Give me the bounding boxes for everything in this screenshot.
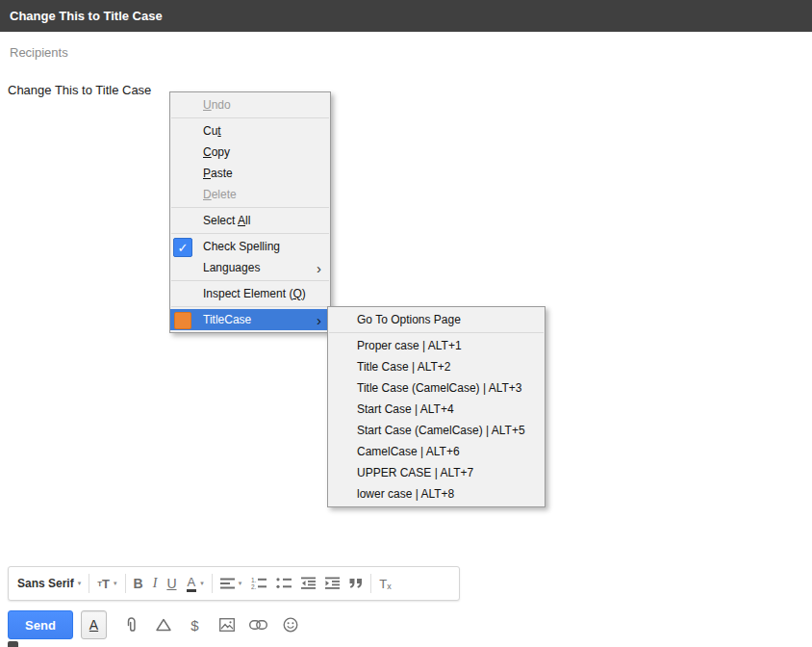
submenu-item-proper-case[interactable]: Proper case | ALT+1 xyxy=(328,335,545,356)
label-text: elete xyxy=(212,188,237,201)
context-menu: Undo Cut Copy Paste Delete Select All ✓ … xyxy=(169,91,331,333)
chevron-down-icon: ▾ xyxy=(78,580,82,587)
bulleted-list-icon xyxy=(276,577,292,590)
menu-item-label: Check Spelling xyxy=(203,240,280,253)
toolbar-divider xyxy=(212,574,213,593)
insert-link-button[interactable] xyxy=(242,610,274,639)
accel-key: Q xyxy=(292,287,301,300)
text-color-button[interactable]: A ▾ xyxy=(187,567,204,600)
accel-key: A xyxy=(238,214,245,227)
insert-drive-button[interactable] xyxy=(147,610,179,639)
menu-separator xyxy=(171,280,329,281)
subject-text: Change This to Title Case xyxy=(8,83,151,97)
menu-item-cut[interactable]: Cut xyxy=(170,120,330,142)
submenu-item-start-case-camelcase[interactable]: Start Case (CamelCase) | ALT+5 xyxy=(328,420,545,441)
submenu-item-go-to-options-page[interactable]: Go To Options Page xyxy=(328,309,545,330)
font-family-select[interactable]: Sans Serif ▾ xyxy=(17,567,81,600)
align-button[interactable]: ▾ xyxy=(220,567,242,600)
italic-button[interactable]: I xyxy=(153,567,158,600)
remove-format-t: T xyxy=(379,577,387,591)
link-icon xyxy=(249,620,267,630)
menu-separator xyxy=(171,306,329,307)
underline-button[interactable]: U xyxy=(166,567,176,600)
accel-key: C xyxy=(203,145,212,159)
svg-text:2.: 2. xyxy=(251,583,257,590)
menu-item-inspect-element[interactable]: Inspect Element (Q) xyxy=(170,283,330,304)
recipients-field[interactable]: Recipients xyxy=(0,32,812,74)
label-text: ndo xyxy=(212,98,231,112)
menu-separator xyxy=(329,332,544,333)
remove-formatting-button[interactable]: Tx xyxy=(379,567,391,600)
formatting-toolbar: Sans Serif ▾ TT ▾ B I U A ▾ ▾ 1.2. Tx xyxy=(8,566,460,601)
recipients-placeholder: Recipients xyxy=(10,45,68,60)
submenu-item-upper-case[interactable]: UPPER CASE | ALT+7 xyxy=(328,462,545,483)
attach-icon-row: $ xyxy=(115,610,306,639)
menu-item-check-spelling[interactable]: ✓ Check Spelling xyxy=(170,236,330,257)
label-text: Select xyxy=(203,214,238,227)
menu-item-languages[interactable]: Languages › xyxy=(170,257,330,278)
menu-item-select-all[interactable]: Select All xyxy=(170,210,330,231)
numbered-list-icon: 1.2. xyxy=(251,577,266,590)
subject-field[interactable]: Change This to Title Case xyxy=(0,73,812,108)
menu-item-titlecase[interactable]: TitleCase › xyxy=(170,309,330,330)
menu-item-label: Cut xyxy=(203,124,221,138)
drive-icon xyxy=(156,618,171,632)
bulleted-list-button[interactable] xyxy=(276,567,292,600)
accel-key: P xyxy=(203,167,211,180)
label-text: aste xyxy=(211,167,233,180)
menu-item-label: Select All xyxy=(203,214,250,227)
menu-item-label: TitleCase xyxy=(203,313,251,326)
bold-button[interactable]: B xyxy=(134,567,143,600)
formatting-options-toggle[interactable]: A xyxy=(81,610,107,639)
menu-item-undo[interactable]: Undo xyxy=(170,94,330,116)
label-text: ) xyxy=(302,287,306,300)
check-icon: ✓ xyxy=(178,242,189,254)
quote-icon xyxy=(349,578,363,589)
menu-separator xyxy=(171,233,329,234)
label-text: ll xyxy=(245,214,250,227)
menu-item-label: Delete xyxy=(203,188,237,201)
compose-title: Change This to Title Case xyxy=(10,9,163,23)
numbered-list-button[interactable]: 1.2. xyxy=(251,567,266,600)
compose-titlebar[interactable]: Change This to Title Case xyxy=(0,0,812,32)
chevron-down-icon: ▾ xyxy=(239,580,242,587)
accel-key: D xyxy=(203,188,212,201)
menu-item-label: Languages xyxy=(203,261,260,274)
submenu-item-start-case[interactable]: Start Case | ALT+4 xyxy=(328,399,545,420)
indent-less-icon xyxy=(301,577,316,590)
checkbox-checked: ✓ xyxy=(173,238,192,257)
attach-file-button[interactable] xyxy=(115,610,147,639)
menu-item-label: Paste xyxy=(203,167,233,180)
titlecase-submenu: Go To Options Page Proper case | ALT+1 T… xyxy=(327,306,546,507)
svg-text:1.: 1. xyxy=(251,577,257,583)
menu-item-paste[interactable]: Paste xyxy=(170,163,330,184)
quote-button[interactable] xyxy=(349,567,363,600)
indent-more-icon xyxy=(325,577,340,590)
toolbar-divider xyxy=(125,574,126,593)
submenu-item-lower-case[interactable]: lower case | ALT+8 xyxy=(328,483,545,505)
emoji-icon xyxy=(283,617,298,633)
partial-bottom-icon[interactable] xyxy=(8,641,18,647)
insert-photo-button[interactable] xyxy=(211,610,242,639)
menu-item-delete[interactable]: Delete xyxy=(170,184,330,205)
indent-more-button[interactable] xyxy=(325,567,340,600)
titlecase-extension-icon xyxy=(174,312,191,329)
accel-key: U xyxy=(203,98,212,112)
send-button[interactable]: Send xyxy=(8,610,73,639)
formatting-a-icon: A xyxy=(89,617,98,633)
menu-item-label: Inspect Element (Q) xyxy=(203,287,306,300)
submenu-item-title-case[interactable]: Title Case | ALT+2 xyxy=(328,356,545,377)
submenu-item-camelcase[interactable]: CamelCase | ALT+6 xyxy=(328,441,545,462)
insert-emoji-button[interactable] xyxy=(274,610,306,639)
menu-item-label: Copy xyxy=(203,145,230,159)
send-label: Send xyxy=(25,618,56,633)
submenu-item-title-case-camelcase[interactable]: Title Case (CamelCase) | ALT+3 xyxy=(328,377,545,399)
font-family-label: Sans Serif xyxy=(17,577,74,590)
indent-less-button[interactable] xyxy=(301,567,316,600)
label-text: Inspect Element ( xyxy=(203,287,292,300)
size-large-t: T xyxy=(102,577,110,591)
align-lines-icon xyxy=(220,577,235,590)
font-size-select[interactable]: TT ▾ xyxy=(97,567,116,600)
insert-money-button[interactable]: $ xyxy=(179,610,211,639)
menu-item-copy[interactable]: Copy xyxy=(170,142,330,163)
